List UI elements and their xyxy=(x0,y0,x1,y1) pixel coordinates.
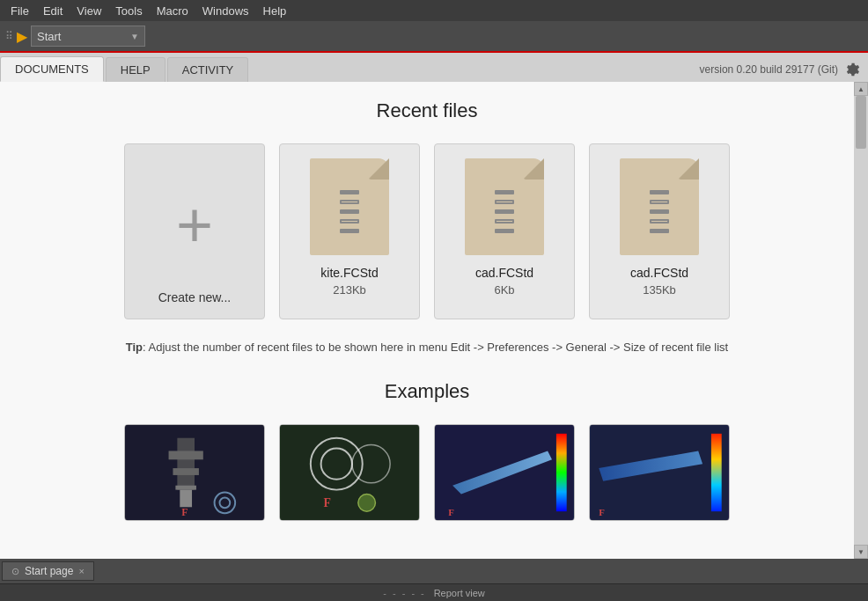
file-card-kite[interactable]: kite.FCStd 213Kb xyxy=(279,143,420,319)
zip-line-a4 xyxy=(495,219,514,224)
content-panel: DOCUMENTS HELP ACTIVITY version 0.20 bui… xyxy=(0,53,868,559)
svg-rect-4 xyxy=(175,486,196,490)
content-scroll-wrapper: Recent files + Create new... xyxy=(0,82,868,559)
create-new-label: Create new... xyxy=(158,290,232,304)
zip-line-5 xyxy=(340,229,359,233)
zip-line-b4 xyxy=(650,219,669,224)
zip-line-2 xyxy=(340,200,359,204)
file-icon-cad2 xyxy=(620,158,699,255)
file-name-kite: kite.FCStd xyxy=(320,266,378,280)
tab-help[interactable]: HELP xyxy=(106,57,166,82)
examples-grid: F xyxy=(18,424,836,521)
dropdown-arrow-icon: ▼ xyxy=(130,32,139,41)
svg-rect-16 xyxy=(556,434,567,511)
zip-lines xyxy=(340,190,359,233)
examples-title: Examples xyxy=(18,380,836,403)
close-tab-button[interactable]: × xyxy=(78,566,84,576)
start-page-icon: ⊙ xyxy=(11,566,19,577)
file-size-cad1: 6Kb xyxy=(494,283,514,297)
bottom-tabbar: ⊙ Start page × xyxy=(0,559,868,583)
file-name-cad2: cad.FCStd xyxy=(630,266,688,280)
zip-line-3 xyxy=(340,209,359,214)
status-dashes: - - - - - xyxy=(383,588,426,598)
svg-rect-1 xyxy=(177,438,195,490)
tip-label: Tip xyxy=(126,341,143,354)
svg-text:F: F xyxy=(181,507,188,518)
file-size-kite: 213Kb xyxy=(333,283,366,297)
tip-content: : Adjust the number of recent files to b… xyxy=(143,341,728,354)
zip-line-a5 xyxy=(495,229,514,233)
svg-rect-5 xyxy=(180,490,192,508)
status-bar: - - - - - Report view xyxy=(0,583,868,601)
workbench-dropdown[interactable]: Start ▼ xyxy=(31,26,145,47)
workbench-label: Start xyxy=(37,30,61,43)
start-page-tab[interactable]: ⊙ Start page × xyxy=(2,561,94,581)
zip-line-b5 xyxy=(650,229,669,233)
scrollbar-up-button[interactable]: ▲ xyxy=(854,82,868,96)
zip-line-b3 xyxy=(650,209,669,214)
tip-text: Tip: Adjust the number of recent files t… xyxy=(18,341,836,354)
svg-rect-3 xyxy=(173,468,198,475)
svg-rect-19 xyxy=(711,434,722,511)
toolbar: ⠿ ▶ Start ▼ xyxy=(0,21,868,53)
scrollbar-track: ▲ ▼ xyxy=(854,82,868,559)
menu-help[interactable]: Help xyxy=(256,3,294,19)
menu-tools[interactable]: Tools xyxy=(108,3,149,19)
zip-lines-2 xyxy=(495,190,514,233)
scrollbar-area[interactable] xyxy=(854,96,868,545)
example-card-2[interactable]: F xyxy=(279,424,420,521)
create-new-card[interactable]: + Create new... xyxy=(124,143,265,319)
example-image-2: F xyxy=(280,425,419,520)
tab-documents[interactable]: DOCUMENTS xyxy=(0,56,104,82)
file-card-cad1[interactable]: cad.FCStd 6Kb xyxy=(434,143,575,319)
zip-line-a3 xyxy=(495,209,514,214)
file-size-cad2: 135Kb xyxy=(643,283,676,297)
example-image-3: F xyxy=(435,425,574,520)
file-name-cad1: cad.FCStd xyxy=(475,266,533,280)
plus-icon: + xyxy=(176,193,213,256)
version-text: version 0.20 build 29177 (Git) xyxy=(700,63,838,76)
file-icon-cad1 xyxy=(465,158,544,255)
menu-windows[interactable]: Windows xyxy=(195,3,256,19)
menu-macro[interactable]: Macro xyxy=(150,3,195,19)
svg-text:F: F xyxy=(324,496,331,509)
svg-text:F: F xyxy=(599,507,605,517)
svg-rect-2 xyxy=(169,451,203,459)
menubar: File Edit View Tools Macro Windows Help xyxy=(0,0,868,21)
example-card-3[interactable]: F xyxy=(434,424,575,521)
svg-text:F: F xyxy=(448,507,454,517)
file-icon-kite xyxy=(310,158,389,255)
zip-line-4 xyxy=(340,219,359,224)
scrollbar-thumb[interactable] xyxy=(856,96,866,149)
zip-line-b1 xyxy=(650,190,669,194)
settings-icon[interactable] xyxy=(843,61,861,78)
zip-line-a1 xyxy=(495,190,514,194)
menu-file[interactable]: File xyxy=(4,3,36,19)
version-info: version 0.20 build 29177 (Git) xyxy=(693,57,868,82)
main-area: DOCUMENTS HELP ACTIVITY version 0.20 bui… xyxy=(0,53,868,559)
example-image-1: F xyxy=(125,425,264,520)
tab-activity[interactable]: ACTIVITY xyxy=(167,57,249,82)
menu-view[interactable]: View xyxy=(70,3,108,19)
recent-files-title: Recent files xyxy=(18,99,836,122)
menu-edit[interactable]: Edit xyxy=(36,3,70,19)
zip-line-a2 xyxy=(495,200,514,204)
files-grid: + Create new... xyxy=(18,143,836,319)
example-card-4[interactable]: F xyxy=(589,424,730,521)
example-card-1[interactable]: F xyxy=(124,424,265,521)
zip-lines-3 xyxy=(650,190,669,233)
scrollable-content[interactable]: Recent files + Create new... xyxy=(0,82,854,559)
toolbar-grip: ⠿ xyxy=(5,30,13,42)
zip-line-1 xyxy=(340,190,359,194)
start-page-label: Start page xyxy=(25,565,73,577)
report-view-label: Report view xyxy=(434,588,485,598)
tab-bar: DOCUMENTS HELP ACTIVITY version 0.20 bui… xyxy=(0,53,868,82)
example-image-4: F xyxy=(590,425,729,520)
toolbar-arrow-icon: ▶ xyxy=(17,28,27,45)
scrollbar-down-button[interactable]: ▼ xyxy=(854,545,868,559)
zip-line-b2 xyxy=(650,200,669,204)
svg-point-14 xyxy=(358,495,376,512)
file-card-cad2[interactable]: cad.FCStd 135Kb xyxy=(589,143,730,319)
